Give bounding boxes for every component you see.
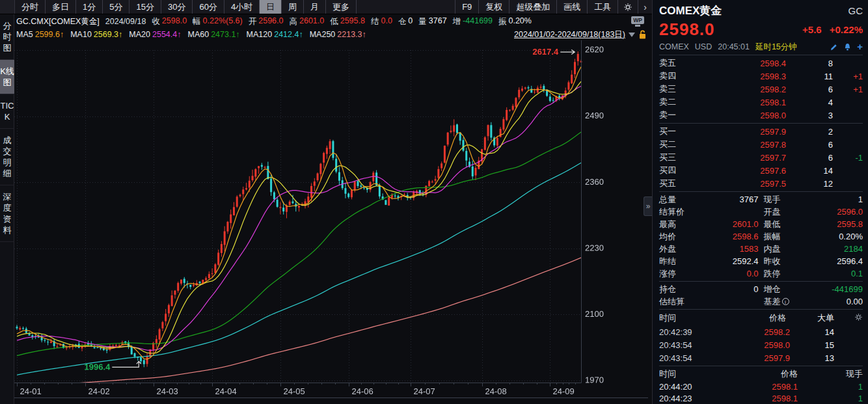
big-order-price: 2598.2 — [718, 327, 790, 337]
stat-value: 2596.4 — [804, 256, 863, 266]
bid-row-0[interactable]: 买一2597.92 — [659, 125, 863, 138]
settings-gear-icon[interactable] — [617, 0, 638, 14]
dropdown-triangle-icon[interactable] — [629, 33, 635, 37]
quote-date: 2024/09/18 — [105, 17, 146, 26]
stats-row-1-1: 结算价开盘2596.0 — [659, 206, 863, 218]
level-volume: 12 — [786, 179, 833, 189]
ma-legend-ma250: MA2502213.3↑ — [310, 30, 366, 39]
big-order-time: 20:43:54 — [659, 353, 718, 363]
quote-field-label: 高 — [289, 16, 297, 27]
quote-field-3: 高2601.0 — [289, 16, 324, 27]
level-price: 2597.5 — [689, 179, 786, 189]
ask-row-4[interactable]: 卖一2598.03 — [659, 109, 863, 122]
info-icon[interactable]: i — [782, 298, 789, 305]
bid-row-3[interactable]: 买四2597.614 — [659, 164, 863, 177]
price-change-pct: +0.22% — [830, 24, 863, 35]
ask-row-1[interactable]: 卖四2598.311+1 — [659, 70, 863, 83]
stat-value: 2596.0 — [804, 207, 863, 217]
period-tab-0[interactable]: 分时 — [15, 0, 46, 14]
action-tabs: F9复权超级叠加画线工具 — [455, 0, 617, 14]
toolbar-action-2[interactable]: 超级叠加 — [509, 0, 556, 14]
level-volume: 3 — [786, 111, 833, 120]
level-delta: +1 — [833, 85, 863, 94]
ma-label: MA20 — [129, 30, 150, 39]
exchange-label: COMEX — [659, 42, 689, 51]
sidebar-item-4[interactable]: 深度资料 — [0, 185, 14, 242]
ask-row-0[interactable]: 卖五2598.48 — [659, 57, 863, 70]
quote-fields: 收2598.0幅0.22%(5.6)开2596.0高2601.0低2595.8结… — [152, 16, 532, 27]
stats-row-1-3: 均价2598.6振幅0.20% — [659, 230, 863, 243]
ask-row-3[interactable]: 卖二2598.14 — [659, 96, 863, 109]
period-tab-9[interactable]: 周 — [282, 0, 304, 14]
level-label: 买二 — [659, 139, 689, 150]
date-range-label[interactable]: 2024/01/02-2024/09/18(183日) — [514, 29, 625, 40]
bid-row-1[interactable]: 买二2597.86 — [659, 138, 863, 151]
stats-group-2: 持仓0增仓-441699估结算基差i0.00 — [659, 283, 863, 308]
period-tab-4[interactable]: 15分 — [129, 0, 161, 14]
toolbar-action-4[interactable]: 工具 — [587, 0, 617, 14]
wp-monitor-icon[interactable]: WP — [631, 16, 644, 27]
big-orders-settings-icon[interactable] — [854, 313, 863, 323]
period-tab-5[interactable]: 30分 — [161, 0, 193, 14]
candlestick-chart-canvas[interactable] — [14, 40, 652, 398]
ma-label: MA5 — [16, 30, 33, 39]
period-tab-8[interactable]: 日 — [260, 0, 282, 14]
toolbar-action-0[interactable]: F9 — [455, 0, 478, 14]
stat-label: 增仓 — [764, 284, 804, 295]
big-order-row-0: 20:42:392598.214 — [659, 325, 863, 338]
period-tab-1[interactable]: 多日 — [46, 0, 76, 14]
add-plus-icon[interactable]: + — [857, 43, 863, 51]
stat-value: 2598.6 — [699, 232, 759, 241]
ma-label: MA250 — [310, 30, 336, 39]
period-tab-3[interactable]: 5分 — [103, 0, 129, 14]
toolbar-action-1[interactable]: 复权 — [478, 0, 509, 14]
period-tab-7[interactable]: 4小时 — [224, 0, 260, 14]
period-tab-2[interactable]: 1分 — [76, 0, 103, 14]
sidebar-item-3[interactable]: 成交明细 — [0, 129, 14, 185]
quote-field-9: 振0.20% — [498, 16, 532, 27]
edit-pencil-icon[interactable] — [830, 43, 838, 51]
quote-field-8: 增-441699 — [453, 16, 493, 27]
period-tab-10[interactable]: 月 — [304, 0, 326, 14]
panel-collapse-handle[interactable]: » — [644, 196, 652, 216]
sidebar-item-2[interactable]: TICK — [0, 94, 14, 129]
ask-row-2[interactable]: 卖三2598.26+1 — [659, 83, 863, 96]
level-price: 2597.7 — [689, 153, 786, 163]
date-range-control[interactable]: 2024/01/02-2024/09/18(183日) — [514, 29, 647, 40]
big-order-time: 20:43:54 — [659, 340, 718, 350]
sidebar-item-1[interactable]: K线图 — [0, 60, 14, 94]
period-tab-6[interactable]: 60分 — [193, 0, 224, 14]
unlocked-padlock-icon[interactable] — [638, 30, 647, 40]
alert-bell-icon[interactable] — [843, 43, 852, 51]
toolbar-actions: F9复权超级叠加画线工具 › — [455, 0, 652, 14]
tick-price: 2598.1 — [718, 394, 817, 403]
tick-price: 2598.1 — [718, 382, 817, 392]
level-label: 买三 — [659, 152, 689, 163]
stat-label: 最高 — [659, 219, 699, 230]
quote-field-label: 结 — [371, 16, 379, 27]
bid-row-2[interactable]: 买三2597.76-1 — [659, 151, 863, 164]
level-volume: 11 — [786, 72, 833, 81]
period-tab-11[interactable]: 更多 — [326, 0, 357, 14]
ma-value: 2554.4↑ — [152, 30, 181, 39]
expand-chevron-icon[interactable]: › — [638, 0, 652, 14]
level-volume: 6 — [786, 85, 833, 94]
level-price: 2598.0 — [689, 111, 786, 120]
level-label: 买一 — [659, 126, 689, 137]
ma-value: 2569.3↑ — [94, 30, 122, 39]
level-volume: 14 — [786, 166, 833, 176]
quote-field-2: 开2596.0 — [249, 16, 284, 27]
ma-legend-ma20: MA202554.4↑ — [129, 30, 181, 39]
ma-label: MA120 — [247, 30, 273, 39]
bid-row-4[interactable]: 买五2597.512 — [659, 177, 863, 190]
ma-legend-ma5: MA52599.6↑ — [16, 30, 64, 39]
sidebar-item-0[interactable]: 分时图 — [0, 14, 14, 60]
instrument-title: COMEX黄金 — [659, 3, 722, 18]
toolbar-action-3[interactable]: 画线 — [556, 0, 587, 14]
ma-legend-ma60: MA602473.1↑ — [187, 30, 239, 39]
stat-label: 跌停 — [764, 268, 804, 280]
level-volume: 8 — [786, 59, 833, 68]
quote-field-label: 收 — [152, 16, 160, 27]
quote-field-value: 0.20% — [508, 16, 531, 27]
big-order-size: 13 — [790, 353, 846, 363]
